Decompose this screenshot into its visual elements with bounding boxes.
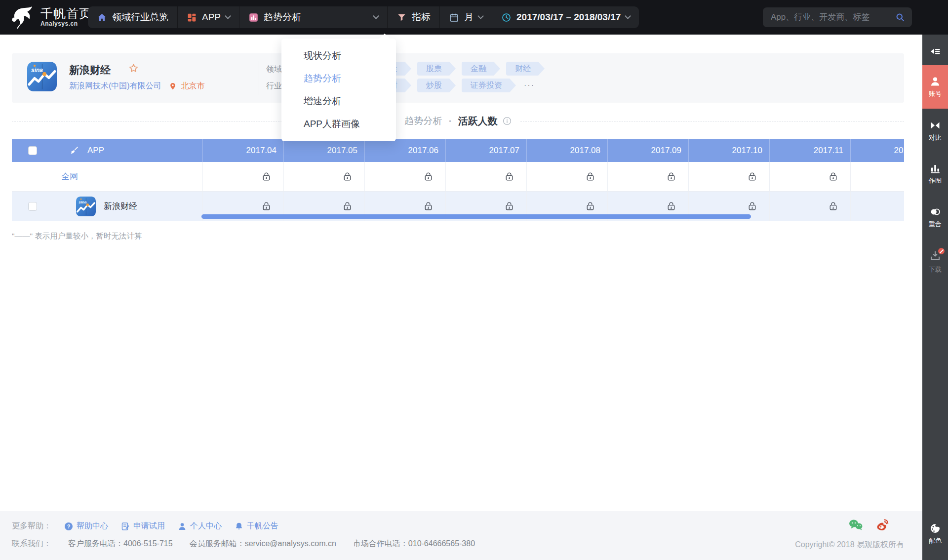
nav-item-month-granularity[interactable]: 月: [439, 6, 492, 28]
person-icon: [178, 522, 187, 531]
table-footnote: "——" 表示用户量较小，暂时无法计算: [12, 231, 142, 241]
menu-item-trend-analysis[interactable]: 趋势分析: [281, 67, 396, 90]
rail-item-compare[interactable]: 对比: [922, 120, 948, 142]
locked-value-cell: [445, 162, 526, 191]
locked-value-cell: [688, 162, 769, 191]
nav-item-label: 领域行业总览: [112, 11, 168, 24]
section-separator: •: [449, 118, 451, 125]
tag-chip[interactable]: 证券投资: [462, 79, 516, 92]
footer-link-label: 个人中心: [190, 521, 222, 531]
select-all-checkbox[interactable]: [28, 146, 37, 155]
lock-icon[interactable]: [666, 171, 676, 182]
locked-value-cell: [526, 162, 607, 191]
rail-item-overlap[interactable]: 重合: [922, 206, 948, 229]
row-app-name[interactable]: 新浪财经: [104, 200, 137, 212]
lock-icon[interactable]: [261, 201, 272, 211]
app-grid-icon: [187, 12, 197, 23]
tag-chip[interactable]: 炒股: [417, 79, 456, 92]
bell-icon: [235, 522, 243, 531]
rail-item-label: 配色: [929, 536, 942, 545]
menu-item-app-user-profile[interactable]: APP人群画像: [281, 113, 396, 135]
nav-item-label: 趋势分析: [264, 11, 301, 24]
rail-item-label: 作图: [929, 176, 942, 185]
tag-chip[interactable]: 财经: [506, 62, 545, 76]
collapse-panel-button[interactable]: [922, 45, 948, 57]
rail-item-label: 账号: [929, 89, 942, 98]
footer-link-announcements[interactable]: 千帆公告: [235, 521, 278, 531]
menu-item-growth-analysis[interactable]: 增速分析: [281, 90, 396, 113]
tag-row-2: 理财 炒股 证券投资 ···: [373, 79, 535, 92]
section-title-row: 趋势分析 • 活跃人数: [12, 115, 904, 127]
info-icon[interactable]: [503, 117, 512, 125]
footer-link-label: 申请试用: [133, 521, 165, 531]
field-label: 领域: [266, 64, 282, 75]
rail-item-color-scheme[interactable]: 配色: [922, 522, 948, 545]
main-content: sina 新浪财经 新浪网技术(中国)有限公司 北京市 领域 行业 基金 股票 …: [0, 35, 922, 511]
footer-link-help-center[interactable]: ? 帮助中心: [64, 521, 108, 531]
section-breadcrumb: 趋势分析: [404, 115, 442, 127]
tag-chip[interactable]: 股票: [417, 62, 456, 76]
chevron-down-icon: [477, 13, 484, 19]
table-header-app-label: APP: [87, 146, 104, 156]
lock-icon[interactable]: [423, 171, 434, 182]
nav-item-domain-overview[interactable]: 领域行业总览: [88, 6, 177, 28]
page-footer: 更多帮助： ? 帮助中心 申请试用: [0, 511, 922, 560]
nav-item-date-range[interactable]: 2017/03/17 – 2018/03/17: [492, 6, 639, 28]
nav-item-label: 月: [464, 11, 474, 24]
lock-icon[interactable]: [342, 171, 353, 182]
nav-item-trend-analysis[interactable]: 趋势分析: [239, 6, 387, 28]
sina-finance-app-icon: sina: [27, 62, 57, 91]
more-tags-ellipsis[interactable]: ···: [524, 81, 535, 90]
weibo-icon[interactable]: [875, 518, 890, 534]
rail-item-label: 重合: [929, 220, 942, 229]
industry-label: 行业: [266, 81, 282, 91]
rail-item-label: 对比: [929, 133, 942, 142]
lock-icon[interactable]: [747, 171, 757, 182]
nav-item-label: APP: [202, 12, 221, 23]
lock-icon[interactable]: [666, 201, 676, 211]
whole-network-link[interactable]: 全网: [12, 171, 78, 182]
qianfan-logo[interactable]: 千帆首页 Analysys.cn: [10, 4, 92, 29]
menu-item-status-analysis[interactable]: 现状分析: [281, 44, 396, 67]
lock-icon[interactable]: [747, 201, 757, 211]
footer-link-apply-trial[interactable]: 申请试用: [121, 521, 165, 531]
tag-chip[interactable]: 金融: [462, 62, 500, 76]
table-header-row: APP 2017.04 2017.05 2017.06 2017.07 2017…: [12, 139, 904, 162]
rail-item-make-chart[interactable]: 作图: [922, 162, 948, 185]
lock-icon[interactable]: [423, 201, 434, 211]
nav-item-label: 指标: [412, 11, 431, 24]
developer-link[interactable]: 新浪网技术(中国)有限公司: [69, 81, 161, 91]
favorite-star-icon[interactable]: [128, 63, 139, 74]
search-input[interactable]: [771, 12, 895, 22]
lock-icon[interactable]: [585, 201, 595, 211]
footer-link-label: 帮助中心: [77, 521, 108, 531]
section-title: 活跃人数: [458, 115, 498, 128]
clear-selection-broom-icon[interactable]: [69, 145, 79, 156]
rail-item-download-disabled[interactable]: 下载: [922, 250, 948, 274]
month-column-header: 2017.05: [283, 139, 364, 162]
locked-value-cell: [850, 162, 904, 191]
trend-data-table: APP 2017.04 2017.05 2017.06 2017.07 2017…: [12, 139, 904, 256]
lock-icon[interactable]: [504, 201, 514, 211]
locked-value-cell: [607, 162, 688, 191]
lock-icon[interactable]: [261, 171, 272, 182]
row-checkbox[interactable]: [28, 202, 37, 211]
search-icon[interactable]: [895, 12, 905, 22]
calendar-icon: [449, 12, 459, 23]
month-column-header: 2017.08: [526, 139, 607, 162]
horizontal-scrollbar-thumb[interactable]: [201, 214, 751, 219]
city-label: 北京市: [181, 81, 205, 91]
lock-icon[interactable]: [342, 201, 353, 211]
footer-link-personal-center[interactable]: 个人中心: [178, 521, 222, 531]
lock-icon[interactable]: [828, 201, 838, 211]
lock-icon[interactable]: [828, 171, 838, 182]
nav-item-metrics[interactable]: 指标: [387, 6, 439, 28]
footer-help-row: 更多帮助： ? 帮助中心 申请试用: [12, 521, 278, 531]
nav-item-app[interactable]: APP: [177, 6, 239, 28]
filter-funnel-icon: [396, 12, 407, 23]
lock-icon[interactable]: [504, 171, 514, 182]
card-divider: [259, 61, 259, 95]
rail-item-account[interactable]: 账号: [922, 65, 948, 109]
lock-icon[interactable]: [585, 171, 595, 182]
wechat-icon[interactable]: [848, 518, 863, 534]
